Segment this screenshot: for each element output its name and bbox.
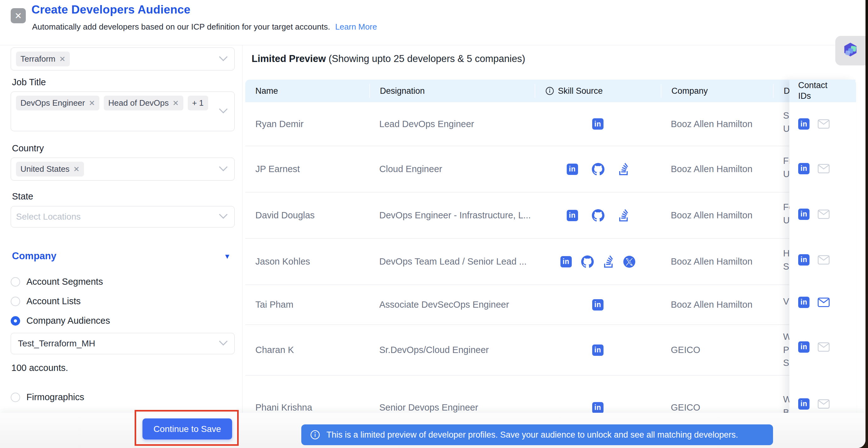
state-select[interactable]: Select Locations bbox=[11, 206, 235, 228]
preview-subtitle: (Showing upto 25 developers & 5 companie… bbox=[329, 53, 526, 64]
radio-account-lists[interactable]: Account Lists bbox=[11, 296, 81, 306]
accounts-count-note: 100 accounts. bbox=[11, 363, 68, 373]
company-section-header[interactable]: Company bbox=[12, 250, 56, 262]
chevron-down-icon bbox=[219, 213, 228, 220]
linkedin-contact-icon[interactable]: in bbox=[798, 398, 809, 410]
linkedin-icon[interactable]: in bbox=[560, 256, 572, 267]
radio-firmographics[interactable]: Firmographics bbox=[11, 392, 84, 402]
table-row[interactable]: JP Earnest Cloud Engineer in Booz Allen … bbox=[245, 146, 856, 192]
email-icon[interactable] bbox=[818, 119, 830, 129]
contact-ids-sticky-column: ContactIDs in in in in in bbox=[789, 80, 856, 436]
banner-text: This is a limited preview of developer p… bbox=[327, 430, 738, 440]
cell-name: Charan K bbox=[245, 345, 369, 355]
linkedin-contact-icon[interactable]: in bbox=[798, 341, 809, 353]
cell-name: Jason Kohles bbox=[245, 257, 369, 267]
linkedin-icon[interactable]: in bbox=[592, 118, 603, 130]
linkedin-contact-icon[interactable]: in bbox=[798, 254, 809, 266]
close-glyph: ✕ bbox=[14, 11, 22, 21]
state-label: State bbox=[12, 191, 33, 202]
table-row[interactable]: David Douglas DevOps Engineer - Infrastr… bbox=[245, 192, 856, 239]
chevron-down-icon bbox=[219, 340, 228, 347]
cell-designation: Senior Devops Engineer bbox=[369, 402, 535, 413]
radio-selected-icon bbox=[11, 316, 20, 326]
state-placeholder: Select Locations bbox=[16, 212, 81, 222]
tag-overflow-count[interactable]: + 1 bbox=[188, 96, 208, 111]
stackoverflow-icon[interactable] bbox=[618, 163, 629, 176]
skills-select[interactable]: Terraform ✕ bbox=[11, 48, 235, 70]
preview-title: Limited Preview (Showing upto 25 develop… bbox=[252, 53, 525, 64]
email-icon[interactable] bbox=[818, 399, 830, 409]
remove-tag-icon[interactable]: ✕ bbox=[173, 99, 179, 108]
github-icon[interactable] bbox=[592, 163, 604, 176]
page-title: Create Developers Audience bbox=[31, 3, 191, 17]
cell-company: GEICO bbox=[661, 402, 773, 413]
email-icon[interactable] bbox=[818, 164, 830, 173]
contact-cell: in bbox=[789, 191, 856, 237]
column-header-designation: Designation bbox=[369, 84, 535, 98]
country-select[interactable]: United States ✕ bbox=[11, 158, 235, 181]
tag-label: United States bbox=[21, 164, 69, 174]
linkedin-contact-icon[interactable]: in bbox=[798, 118, 809, 130]
stackoverflow-icon[interactable] bbox=[603, 256, 614, 268]
github-icon[interactable] bbox=[592, 209, 604, 222]
cell-company: Booz Allen Hamilton bbox=[661, 299, 773, 310]
contact-cell: in bbox=[789, 237, 856, 282]
linkedin-contact-icon[interactable]: in bbox=[798, 163, 809, 174]
tag-terraform: Terraform ✕ bbox=[16, 52, 70, 66]
job-title-select[interactable]: DevOps Engineer ✕ Head of DevOps ✕ + 1 bbox=[11, 92, 235, 131]
cell-skill-source: in bbox=[535, 256, 661, 268]
continue-to-save-button[interactable]: Continue to Save bbox=[143, 418, 232, 440]
contact-cell: in bbox=[789, 146, 856, 191]
page-subtitle: Automatically add developers based on ou… bbox=[32, 22, 377, 32]
remove-tag-icon[interactable]: ✕ bbox=[73, 165, 80, 174]
radio-label: Company Audiences bbox=[26, 316, 110, 326]
email-icon[interactable] bbox=[818, 210, 830, 219]
cell-designation: DevOps Team Lead / Senior Lead ... bbox=[369, 257, 535, 267]
cell-company: GEICO bbox=[661, 345, 773, 355]
radio-account-segments[interactable]: Account Segments bbox=[11, 276, 103, 287]
cell-name: JP Earnest bbox=[245, 164, 369, 174]
developers-table: Name Designation Skill Source Company D … bbox=[245, 80, 856, 440]
email-icon[interactable] bbox=[818, 255, 830, 265]
skill-source-label: Skill Source bbox=[558, 86, 603, 96]
remove-tag-icon[interactable]: ✕ bbox=[59, 55, 65, 64]
linkedin-icon[interactable]: in bbox=[567, 163, 578, 175]
github-icon[interactable] bbox=[581, 256, 594, 268]
email-icon[interactable] bbox=[818, 342, 830, 352]
tag-label: Terraform bbox=[21, 54, 55, 64]
remove-tag-icon[interactable]: ✕ bbox=[89, 99, 95, 108]
preview-title-bold: Limited Preview bbox=[252, 53, 326, 64]
cell-designation: Lead DevOps Engineer bbox=[369, 119, 535, 129]
chevron-down-icon bbox=[219, 166, 228, 173]
x-twitter-icon[interactable] bbox=[623, 256, 635, 268]
cell-name: David Douglas bbox=[245, 210, 369, 220]
collapse-arrow-icon[interactable]: ▾ bbox=[225, 251, 229, 261]
company-audience-select[interactable]: Test_Terraform_MH bbox=[11, 333, 235, 354]
linkedin-icon[interactable]: in bbox=[567, 210, 578, 221]
chevron-down-icon bbox=[219, 108, 228, 115]
close-icon[interactable]: ✕ bbox=[11, 8, 26, 23]
cell-designation: DevOps Engineer - Infrastructure, L... bbox=[369, 210, 535, 220]
linkedin-icon[interactable]: in bbox=[592, 402, 603, 413]
email-active-icon[interactable] bbox=[818, 298, 830, 307]
radio-company-audiences[interactable]: Company Audiences bbox=[11, 316, 110, 326]
radio-label: Firmographics bbox=[26, 392, 84, 402]
cell-designation: Cloud Engineer bbox=[369, 164, 535, 174]
job-title-label: Job Title bbox=[12, 77, 46, 87]
table-row[interactable]: Charan K Sr.DevOps/Cloud Engineer in GEI… bbox=[245, 325, 856, 376]
learn-more-link[interactable]: Learn More bbox=[335, 22, 377, 31]
filters-sidebar: Terraform ✕ Job Title DevOps Engineer ✕ … bbox=[0, 45, 243, 448]
linkedin-icon[interactable]: in bbox=[592, 299, 603, 310]
stackoverflow-icon[interactable] bbox=[618, 209, 629, 222]
extension-widget[interactable] bbox=[835, 36, 866, 65]
table-row[interactable]: Tai Pham Associate DevSecOps Engineer in… bbox=[245, 285, 856, 325]
column-header-skill-source: Skill Source bbox=[535, 84, 661, 98]
table-row[interactable]: Jason Kohles DevOps Team Lead / Senior L… bbox=[245, 239, 856, 285]
radio-icon bbox=[11, 393, 20, 402]
cell-skill-source: in bbox=[535, 299, 661, 310]
linkedin-icon[interactable]: in bbox=[592, 345, 603, 356]
linkedin-contact-icon[interactable]: in bbox=[798, 297, 809, 308]
info-icon[interactable] bbox=[545, 87, 554, 95]
table-row[interactable]: Ryan Demir Lead DevOps Engineer in Booz … bbox=[245, 102, 856, 146]
linkedin-contact-icon[interactable]: in bbox=[798, 209, 809, 220]
